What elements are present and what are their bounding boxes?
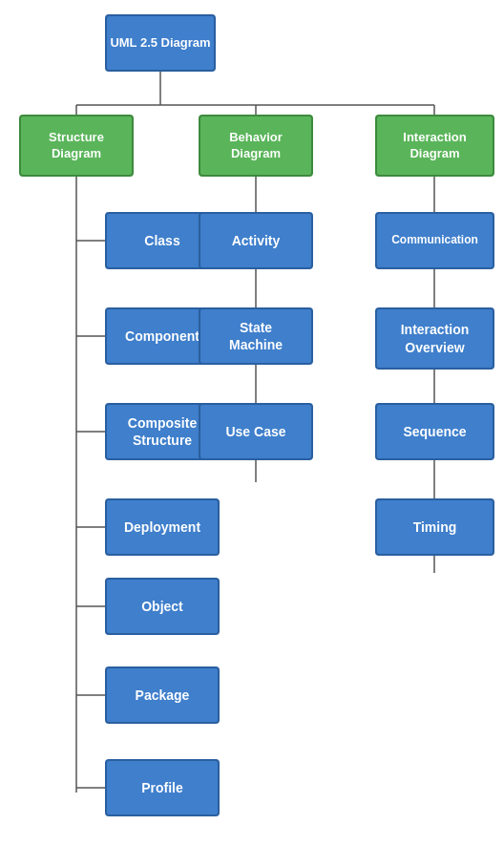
item-use-case[interactable]: Use Case [199,403,313,460]
item-activity[interactable]: Activity [199,212,313,269]
item-object[interactable]: Object [105,578,220,635]
root-box: UML 2.5 Diagram [105,14,216,72]
category-behavior: BehaviorDiagram [199,115,313,177]
item-interaction-overview[interactable]: InteractionOverview [375,307,494,370]
item-deployment[interactable]: Deployment [105,498,220,556]
item-communication[interactable]: Communication [375,212,494,269]
item-state-machine[interactable]: StateMachine [199,307,313,365]
category-interaction: InteractionDiagram [375,115,494,177]
item-profile[interactable]: Profile [105,759,220,816]
category-structure: StructureDiagram [19,115,134,177]
item-timing[interactable]: Timing [375,498,494,556]
diagram-container: UML 2.5 Diagram StructureDiagram Behavio… [0,0,504,846]
item-package[interactable]: Package [105,666,220,724]
item-sequence[interactable]: Sequence [375,403,494,460]
